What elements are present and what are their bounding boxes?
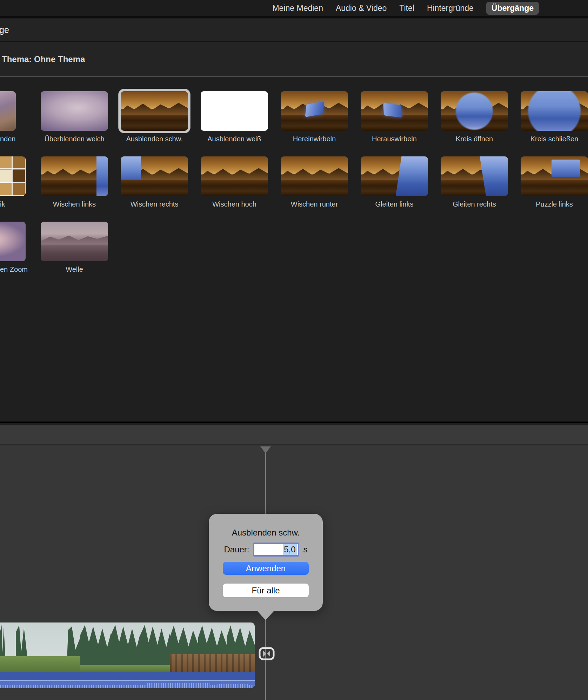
clip-frame bbox=[80, 622, 111, 672]
transition-hereinwirbeln[interactable] bbox=[281, 91, 348, 131]
clip-frame bbox=[50, 622, 80, 672]
transition-label-wischen-rechts: Wischen rechts bbox=[114, 200, 194, 208]
transition-label-ausblenden-weiss: Ausblenden weiß bbox=[194, 135, 274, 143]
waveform-bars bbox=[218, 684, 249, 688]
waveform-bars bbox=[147, 683, 211, 688]
popover-tail bbox=[257, 611, 274, 620]
clip-frame bbox=[170, 622, 198, 672]
apply-all-button[interactable]: Für alle bbox=[223, 584, 309, 597]
duration-value: 5,0 bbox=[283, 544, 296, 555]
clip-frame bbox=[16, 622, 50, 672]
clip-frame bbox=[0, 622, 16, 672]
theme-strip: Thema: Ohne Thema bbox=[0, 42, 588, 77]
transition-kreis-oeffnen[interactable] bbox=[441, 91, 508, 131]
bowtie-transition-icon bbox=[259, 647, 275, 660]
clip-frame bbox=[111, 622, 140, 672]
media-tab-bar: Meine MedienAudio & VideoTitelHintergrün… bbox=[0, 0, 588, 18]
transition-wischen-runter[interactable] bbox=[281, 156, 348, 196]
transition-label-ueberblenden-weich: Überblenden weich bbox=[34, 135, 114, 143]
timeline-toolbar-strip bbox=[0, 425, 588, 445]
transitions-browser: ndenÜberblenden weichAusblenden schw.Aus… bbox=[0, 78, 588, 423]
transition-herauswirbeln[interactable] bbox=[361, 91, 428, 131]
clip-audio-waveform bbox=[0, 681, 255, 688]
timeline-transition-icon[interactable] bbox=[259, 647, 275, 660]
clip-frame bbox=[227, 622, 255, 672]
clip-filmstrip bbox=[0, 622, 255, 672]
transition-wischen-hoch[interactable] bbox=[201, 156, 268, 196]
transition-label-wischen-runter: Wischen runter bbox=[274, 200, 354, 208]
transition-label-gleiten-rechts: Gleiten rechts bbox=[434, 200, 514, 208]
transition-kreis-schliessen[interactable] bbox=[521, 91, 588, 131]
transition-wischen-rechts[interactable] bbox=[121, 156, 188, 196]
transition-welle[interactable] bbox=[41, 222, 108, 261]
theme-label: Thema: Ohne Thema bbox=[2, 54, 85, 64]
duration-unit: s bbox=[303, 545, 308, 554]
transition-label-herauswirbeln: Herauswirbeln bbox=[354, 135, 434, 143]
pane-title-fragment: ge bbox=[0, 25, 9, 35]
apply-button[interactable]: Anwenden bbox=[223, 562, 309, 575]
transition-label-kreis-oeffnen: Kreis öffnen bbox=[434, 135, 514, 143]
pane-title-strip: ge bbox=[0, 19, 588, 42]
transition-label-ueberblenden: nden bbox=[0, 135, 32, 143]
transition-puzzle-links[interactable] bbox=[521, 156, 588, 196]
clip-frame bbox=[198, 622, 227, 672]
transition-ueberblenden-weich[interactable] bbox=[41, 91, 108, 131]
transition-label-zoom: en Zoom bbox=[0, 265, 32, 274]
duration-label: Dauer: bbox=[224, 545, 249, 554]
transition-label-ausblenden-schw: Ausblenden schw. bbox=[114, 135, 194, 143]
tab-uebergaenge[interactable]: Übergänge bbox=[486, 2, 539, 15]
transition-label-gleiten-links: Gleiten links bbox=[354, 200, 434, 208]
waveform-bars bbox=[0, 685, 255, 688]
transition-label-kreis-schliessen: Kreis schließen bbox=[514, 135, 588, 143]
transition-gleiten-links[interactable] bbox=[361, 156, 428, 196]
transition-label-puzzle-links: Puzzle links bbox=[514, 200, 588, 208]
transition-popover: Ausblenden schw. Dauer: 5,0 s Anwenden F… bbox=[209, 514, 323, 611]
transition-label-hereinwirbeln: Hereinwirbeln bbox=[274, 135, 354, 143]
popover-title: Ausblenden schw. bbox=[209, 528, 323, 538]
duration-input[interactable]: 5,0 bbox=[253, 543, 299, 557]
transition-zoom[interactable] bbox=[0, 222, 26, 261]
tab-hintergruende[interactable]: Hintergründe bbox=[427, 4, 474, 13]
clip-frame bbox=[140, 622, 170, 672]
transition-ausblenden-schw[interactable] bbox=[121, 91, 188, 131]
clip-audio-band bbox=[0, 672, 255, 680]
transition-mosaik[interactable] bbox=[0, 156, 26, 196]
transition-ausblenden-weiss[interactable] bbox=[201, 91, 268, 131]
transition-wischen-links[interactable] bbox=[41, 156, 108, 196]
timeline-video-clip[interactable] bbox=[0, 622, 255, 688]
transition-label-wischen-links: Wischen links bbox=[34, 200, 114, 208]
transition-ueberblenden[interactable] bbox=[0, 91, 16, 131]
transition-label-welle: Welle bbox=[34, 265, 114, 274]
transition-label-wischen-hoch: Wischen hoch bbox=[194, 200, 274, 208]
tab-audio-video[interactable]: Audio & Video bbox=[336, 4, 387, 13]
transition-label-mosaik: ik bbox=[0, 200, 32, 208]
tab-titel[interactable]: Titel bbox=[399, 4, 414, 13]
tab-meine-medien[interactable]: Meine Medien bbox=[272, 4, 323, 13]
transition-gleiten-rechts[interactable] bbox=[441, 156, 508, 196]
